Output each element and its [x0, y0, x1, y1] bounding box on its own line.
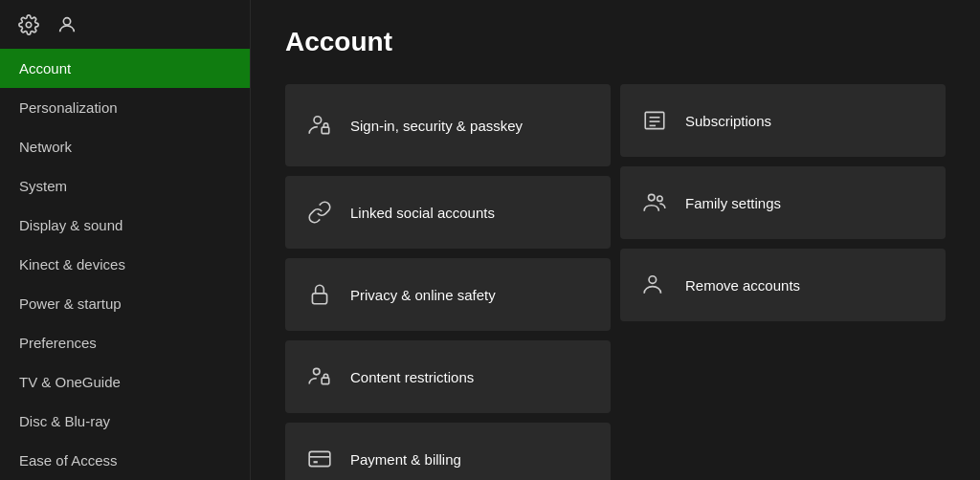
- svg-point-15: [657, 196, 662, 201]
- page-title: Account: [285, 27, 946, 57]
- card-remove-accounts-label: Remove accounts: [685, 277, 800, 294]
- sidebar-nav: Account Personalization Network System D…: [0, 49, 250, 480]
- sidebar-header: [0, 0, 250, 49]
- card-family-settings-label: Family settings: [685, 195, 781, 211]
- card-content-restrictions[interactable]: Content restrictions: [285, 340, 611, 413]
- profile-icon[interactable]: [54, 11, 80, 38]
- sidebar-item-system[interactable]: System: [0, 166, 250, 206]
- family-icon: [639, 187, 670, 218]
- gear-icon[interactable]: [15, 11, 42, 38]
- lock-icon: [304, 279, 335, 310]
- link-icon: [304, 197, 335, 228]
- card-sign-in-label: Sign-in, security & passkey: [350, 118, 523, 134]
- svg-point-16: [649, 276, 657, 284]
- svg-rect-3: [322, 127, 329, 134]
- main-content: Account Sign-in, security & passkey: [251, 0, 980, 480]
- card-linked-social-label: Linked social accounts: [350, 205, 495, 221]
- svg-point-5: [314, 368, 321, 375]
- card-payment-billing[interactable]: Payment & billing: [285, 423, 611, 480]
- svg-point-0: [26, 22, 32, 28]
- svg-rect-6: [322, 378, 329, 384]
- cards-grid: Sign-in, security & passkey Linked socia…: [285, 84, 946, 480]
- card-payment-billing-label: Payment & billing: [350, 451, 461, 468]
- person-lock-icon: [304, 110, 335, 141]
- svg-rect-7: [309, 451, 330, 466]
- card-subscriptions[interactable]: Subscriptions: [620, 84, 946, 157]
- svg-point-2: [314, 117, 322, 124]
- card-content-restrictions-label: Content restrictions: [350, 369, 474, 385]
- sidebar-item-disc-bluray[interactable]: Disc & Blu-ray: [0, 402, 250, 441]
- card-remove-accounts[interactable]: Remove accounts: [620, 249, 946, 321]
- sidebar-item-preferences[interactable]: Preferences: [0, 323, 250, 362]
- sidebar-item-power-startup[interactable]: Power & startup: [0, 284, 250, 323]
- sidebar: Account Personalization Network System D…: [0, 0, 251, 480]
- sidebar-item-kinect-devices[interactable]: Kinect & devices: [0, 245, 250, 284]
- svg-point-14: [649, 194, 656, 201]
- sidebar-item-account[interactable]: Account: [0, 49, 250, 88]
- sidebar-item-personalization[interactable]: Personalization: [0, 88, 250, 127]
- sidebar-item-tv-oneguide[interactable]: TV & OneGuide: [0, 362, 250, 402]
- sidebar-item-network[interactable]: Network: [0, 127, 250, 166]
- subscriptions-icon: [639, 105, 670, 136]
- sidebar-item-display-sound[interactable]: Display & sound: [0, 206, 250, 245]
- card-family-settings[interactable]: Family settings: [620, 166, 946, 239]
- card-subscriptions-label: Subscriptions: [685, 113, 771, 129]
- card-payment-icon: [304, 444, 335, 474]
- sidebar-item-ease-of-access[interactable]: Ease of Access: [0, 441, 250, 480]
- card-sign-in[interactable]: Sign-in, security & passkey: [285, 84, 611, 166]
- card-privacy-safety-label: Privacy & online safety: [350, 287, 496, 303]
- svg-point-1: [63, 17, 70, 24]
- content-restrictions-icon: [304, 361, 335, 392]
- person-remove-icon: [639, 270, 670, 300]
- card-privacy-safety[interactable]: Privacy & online safety: [285, 258, 611, 331]
- svg-rect-4: [312, 294, 326, 304]
- card-linked-social[interactable]: Linked social accounts: [285, 176, 611, 249]
